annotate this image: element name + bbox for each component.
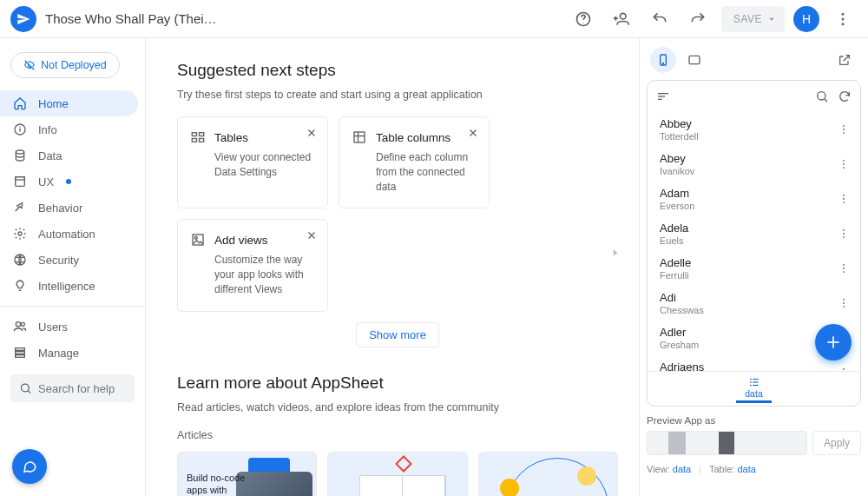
article-card[interactable] bbox=[478, 452, 618, 496]
card-icon bbox=[190, 232, 206, 248]
preview-as-input[interactable] bbox=[647, 431, 807, 455]
sidebar-item-home[interactable]: Home bbox=[0, 90, 138, 116]
intelligence-icon bbox=[12, 279, 28, 293]
carousel-next-icon[interactable] bbox=[609, 247, 621, 259]
footer-table-link[interactable]: data bbox=[737, 464, 755, 474]
refresh-icon[interactable] bbox=[838, 89, 852, 103]
svg-point-46 bbox=[843, 264, 845, 266]
row-more-icon[interactable] bbox=[834, 363, 853, 371]
svg-point-47 bbox=[843, 268, 845, 269]
svg-point-5 bbox=[842, 23, 845, 25]
article-card[interactable]: Build no-code apps with AppSheet bbox=[177, 452, 317, 496]
card-title: Tables bbox=[214, 131, 248, 144]
more-icon[interactable] bbox=[828, 4, 858, 34]
row-more-icon[interactable] bbox=[834, 155, 853, 174]
row-subtitle: Everson bbox=[660, 201, 848, 211]
list-item[interactable]: AdiChesswas bbox=[648, 286, 860, 321]
mobile-preview-icon[interactable] bbox=[650, 47, 676, 73]
tablet-preview-icon[interactable] bbox=[681, 47, 707, 73]
card-desc: Customize the way your app looks with di… bbox=[214, 253, 315, 296]
svg-point-49 bbox=[843, 299, 845, 301]
sidebar-item-users[interactable]: Users bbox=[0, 314, 138, 340]
close-icon[interactable] bbox=[303, 124, 320, 142]
list-item[interactable]: AdelleFerrulli bbox=[648, 251, 860, 286]
svg-rect-31 bbox=[658, 96, 665, 96]
sidebar-label: Home bbox=[38, 97, 69, 110]
article-text: Build no-code apps with AppSheet bbox=[187, 472, 247, 496]
svg-point-44 bbox=[843, 233, 845, 235]
list-item[interactable]: AbbeyTotterdell bbox=[648, 112, 860, 147]
svg-point-33 bbox=[818, 92, 825, 100]
row-more-icon[interactable] bbox=[834, 259, 853, 278]
behavior-icon bbox=[12, 201, 28, 215]
redo-icon[interactable] bbox=[683, 4, 713, 34]
svg-rect-10 bbox=[16, 177, 25, 187]
footer-view-link[interactable]: data bbox=[673, 464, 691, 474]
row-subtitle: Ferrulli bbox=[660, 270, 848, 281]
row-more-icon[interactable] bbox=[834, 189, 853, 208]
bottom-tab-data[interactable]: data bbox=[736, 374, 771, 403]
suggestion-card[interactable]: TablesView your connected Data Settings bbox=[177, 116, 328, 208]
svg-point-60 bbox=[750, 381, 752, 383]
sidebar-item-ux[interactable]: UX bbox=[0, 169, 138, 195]
sidebar-item-intelligence[interactable]: Intelligence bbox=[0, 273, 138, 299]
deploy-status-button[interactable]: Not Deployed bbox=[10, 52, 120, 78]
automation-icon bbox=[12, 227, 28, 241]
svg-point-4 bbox=[842, 17, 845, 20]
svg-rect-17 bbox=[16, 352, 25, 354]
sidebar-item-automation[interactable]: Automation bbox=[0, 221, 138, 247]
home-icon bbox=[12, 96, 28, 110]
sidebar-label: UX bbox=[38, 175, 54, 188]
card-desc: View your connected Data Settings bbox=[214, 150, 315, 180]
ux-icon bbox=[12, 175, 28, 188]
sort-icon[interactable] bbox=[656, 89, 670, 103]
svg-rect-32 bbox=[658, 99, 662, 100]
sidebar-item-behavior[interactable]: Behavior bbox=[0, 195, 138, 221]
info-icon bbox=[12, 122, 28, 136]
security-icon bbox=[12, 253, 28, 267]
list-icon bbox=[747, 376, 761, 388]
suggestion-card[interactable]: Table columnsDefine each column from the… bbox=[339, 116, 490, 208]
list-item[interactable]: AdelaEuels bbox=[648, 216, 860, 251]
list-item[interactable]: AbeyIvanikov bbox=[648, 147, 860, 182]
sidebar-item-data[interactable]: Data bbox=[0, 142, 138, 169]
article-card[interactable] bbox=[327, 452, 467, 496]
row-title: Adam bbox=[660, 187, 848, 200]
suggestion-card[interactable]: Add viewsCustomize the way your app look… bbox=[177, 219, 328, 311]
svg-point-45 bbox=[843, 236, 845, 238]
data-icon bbox=[12, 149, 28, 162]
help-icon[interactable] bbox=[569, 4, 598, 34]
chat-fab[interactable] bbox=[12, 449, 47, 484]
sidebar-item-manage[interactable]: Manage bbox=[0, 340, 138, 366]
close-icon[interactable] bbox=[303, 227, 320, 244]
row-more-icon[interactable] bbox=[834, 294, 853, 313]
add-user-icon[interactable] bbox=[607, 4, 636, 34]
card-title: Add views bbox=[214, 234, 268, 247]
close-icon[interactable] bbox=[464, 124, 482, 142]
sidebar-label: Manage bbox=[38, 347, 79, 360]
svg-rect-65 bbox=[827, 341, 838, 343]
sidebar-item-info[interactable]: Info bbox=[0, 116, 138, 142]
user-avatar[interactable]: H bbox=[793, 6, 819, 32]
row-title: Adriaens bbox=[660, 360, 848, 371]
sidebar-item-security[interactable]: Security bbox=[0, 247, 138, 273]
preview-footer: View: data | Table: data bbox=[647, 464, 861, 474]
row-more-icon[interactable] bbox=[834, 224, 853, 243]
row-more-icon[interactable] bbox=[834, 120, 853, 139]
sidebar-label: Data bbox=[38, 149, 62, 162]
open-external-icon[interactable] bbox=[832, 47, 858, 73]
svg-point-48 bbox=[843, 271, 845, 273]
show-more-button[interactable]: Show more bbox=[356, 322, 439, 347]
svg-point-39 bbox=[843, 167, 845, 169]
row-title: Adelle bbox=[660, 256, 848, 269]
svg-point-40 bbox=[843, 195, 845, 196]
articles-row: Build no-code apps with AppSheet bbox=[177, 452, 618, 496]
card-icon bbox=[352, 129, 367, 145]
add-fab[interactable] bbox=[815, 324, 852, 360]
list-item[interactable]: AdamEverson bbox=[648, 182, 860, 216]
svg-point-50 bbox=[843, 302, 845, 304]
svg-rect-22 bbox=[200, 133, 204, 136]
search-icon[interactable] bbox=[815, 89, 829, 103]
svg-point-42 bbox=[843, 202, 845, 203]
undo-icon[interactable] bbox=[645, 4, 674, 34]
